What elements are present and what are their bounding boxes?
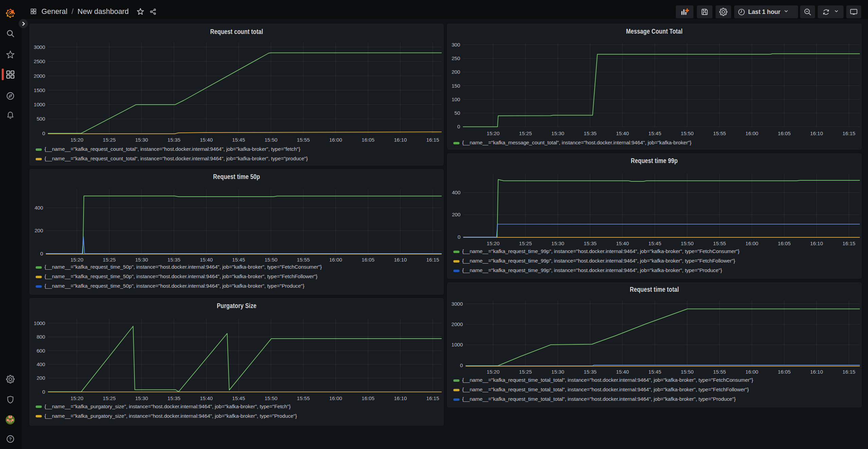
svg-text:15:50: 15:50 <box>681 369 693 375</box>
svg-text:16:05: 16:05 <box>778 240 791 246</box>
svg-text:16:10: 16:10 <box>810 240 823 246</box>
svg-text:15:30: 15:30 <box>551 240 564 246</box>
svg-text:500: 500 <box>37 116 45 122</box>
svg-text:1000: 1000 <box>34 102 45 107</box>
svg-text:15:45: 15:45 <box>232 395 245 401</box>
svg-text:200: 200 <box>452 212 460 217</box>
svg-text:16:10: 16:10 <box>810 130 823 136</box>
svg-text:15:40: 15:40 <box>200 257 213 263</box>
svg-text:15:35: 15:35 <box>584 130 597 136</box>
svg-text:15:50: 15:50 <box>265 257 277 263</box>
svg-text:3000: 3000 <box>451 301 463 307</box>
svg-text:0: 0 <box>42 130 45 136</box>
svg-text:0: 0 <box>460 362 463 368</box>
svg-text:250: 250 <box>452 55 460 61</box>
svg-text:800: 800 <box>37 334 45 340</box>
svg-text:15:50: 15:50 <box>265 395 277 401</box>
svg-text:15:20: 15:20 <box>487 369 500 375</box>
svg-text:15:50: 15:50 <box>681 240 693 246</box>
svg-text:15:50: 15:50 <box>681 130 693 136</box>
svg-text:15:25: 15:25 <box>519 240 532 246</box>
svg-text:15:45: 15:45 <box>648 240 661 246</box>
svg-text:16:15: 16:15 <box>426 257 439 263</box>
svg-text:15:40: 15:40 <box>616 130 629 136</box>
svg-text:15:30: 15:30 <box>551 369 564 375</box>
svg-text:15:55: 15:55 <box>713 369 726 375</box>
svg-text:16:05: 16:05 <box>778 130 791 136</box>
svg-text:15:40: 15:40 <box>616 240 629 246</box>
svg-text:15:25: 15:25 <box>103 395 116 401</box>
svg-text:15:40: 15:40 <box>616 369 629 375</box>
svg-text:15:55: 15:55 <box>297 395 310 401</box>
svg-text:16:15: 16:15 <box>426 137 439 143</box>
svg-text:50: 50 <box>454 110 460 116</box>
svg-text:200: 200 <box>37 375 45 381</box>
svg-text:0: 0 <box>42 389 45 395</box>
svg-text:15:35: 15:35 <box>167 257 180 263</box>
svg-text:16:05: 16:05 <box>362 257 375 263</box>
svg-text:15:30: 15:30 <box>551 130 564 136</box>
svg-text:0: 0 <box>458 234 460 240</box>
svg-text:16:00: 16:00 <box>745 130 758 136</box>
svg-text:2500: 2500 <box>34 58 45 64</box>
svg-text:15:40: 15:40 <box>200 395 213 401</box>
svg-text:15:55: 15:55 <box>713 130 726 136</box>
svg-text:15:40: 15:40 <box>200 137 213 143</box>
svg-text:16:10: 16:10 <box>394 137 407 143</box>
svg-text:15:30: 15:30 <box>135 137 148 143</box>
svg-text:15:45: 15:45 <box>648 130 661 136</box>
svg-text:300: 300 <box>452 42 460 48</box>
svg-text:15:35: 15:35 <box>167 137 180 143</box>
svg-text:15:30: 15:30 <box>135 395 148 401</box>
svg-text:200: 200 <box>452 69 460 75</box>
svg-text:15:50: 15:50 <box>265 137 277 143</box>
svg-text:15:20: 15:20 <box>70 137 83 143</box>
svg-text:15:20: 15:20 <box>70 395 83 401</box>
svg-text:16:05: 16:05 <box>778 369 791 375</box>
svg-text:16:15: 16:15 <box>843 369 855 375</box>
svg-text:16:15: 16:15 <box>843 130 855 136</box>
svg-text:16:00: 16:00 <box>745 369 758 375</box>
svg-text:?: ? <box>9 436 12 442</box>
svg-text:150: 150 <box>452 83 460 89</box>
svg-text:15:55: 15:55 <box>713 240 726 246</box>
svg-text:15:55: 15:55 <box>297 257 310 263</box>
svg-text:1000: 1000 <box>451 342 463 347</box>
svg-text:16:05: 16:05 <box>362 395 375 401</box>
svg-text:15:45: 15:45 <box>232 137 245 143</box>
svg-text:15:20: 15:20 <box>487 240 500 246</box>
svg-text:15:45: 15:45 <box>648 369 661 375</box>
svg-text:16:15: 16:15 <box>426 395 439 401</box>
svg-text:2000: 2000 <box>34 73 45 79</box>
svg-text:15:55: 15:55 <box>297 137 310 143</box>
svg-text:16:05: 16:05 <box>362 137 375 143</box>
svg-text:16:00: 16:00 <box>745 240 758 246</box>
svg-text:15:45: 15:45 <box>232 257 245 263</box>
svg-text:15:35: 15:35 <box>167 395 180 401</box>
svg-text:0: 0 <box>457 124 460 129</box>
svg-text:16:15: 16:15 <box>843 240 855 246</box>
svg-text:16:00: 16:00 <box>329 257 342 263</box>
svg-text:15:25: 15:25 <box>103 257 116 263</box>
svg-text:16:10: 16:10 <box>394 257 407 263</box>
svg-text:15:30: 15:30 <box>135 257 148 263</box>
svg-text:16:10: 16:10 <box>394 395 407 401</box>
svg-text:0: 0 <box>40 251 43 256</box>
svg-text:15:25: 15:25 <box>519 130 532 136</box>
svg-text:16:10: 16:10 <box>810 369 823 375</box>
svg-text:15:35: 15:35 <box>584 240 597 246</box>
svg-text:400: 400 <box>37 361 45 367</box>
svg-text:16:00: 16:00 <box>329 137 342 143</box>
svg-text:3000: 3000 <box>34 44 45 50</box>
svg-text:200: 200 <box>35 228 43 233</box>
svg-text:15:25: 15:25 <box>519 369 532 375</box>
svg-text:15:25: 15:25 <box>103 137 116 143</box>
svg-text:1500: 1500 <box>34 87 45 93</box>
svg-text:400: 400 <box>452 190 460 195</box>
svg-text:15:35: 15:35 <box>584 369 597 375</box>
svg-text:2000: 2000 <box>451 321 463 327</box>
svg-text:600: 600 <box>37 348 45 354</box>
svg-text:15:20: 15:20 <box>487 130 500 136</box>
svg-text:100: 100 <box>452 96 460 102</box>
svg-text:400: 400 <box>35 205 43 211</box>
